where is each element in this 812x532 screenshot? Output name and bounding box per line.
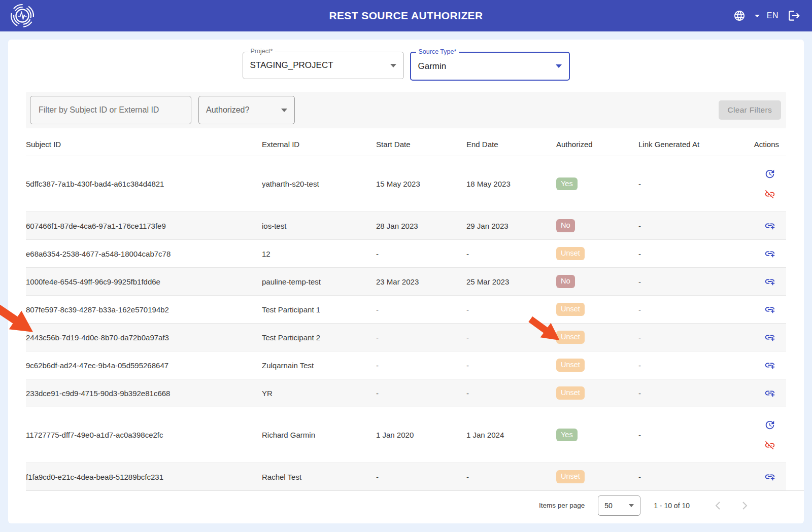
app-header: REST SOURCE AUTHORIZER EN [0, 0, 812, 31]
previous-page-button[interactable] [712, 500, 724, 512]
main-card: Project* STAGING_PROJECT Source Type* Ga… [8, 40, 804, 523]
cell-subject-id: 807fe597-8c39-4287-b33a-162e570194b2 [26, 305, 262, 314]
cell-start-date: 28 Jan 2023 [376, 222, 466, 230]
table-row: 807fe597-8c39-4287-b33a-162e570194b2Test… [26, 295, 786, 323]
items-per-page-label: Items per page [539, 502, 585, 509]
source-type-select[interactable]: Source Type* Garmin [410, 52, 570, 81]
authorized-filter-select[interactable]: Authorized? [198, 96, 295, 124]
cell-link-generated-at: - [638, 333, 735, 342]
paginator: Items per page 50 1 - 10 of 10 [26, 490, 804, 520]
table-row: f1fa9cd0-e21c-4dea-bea8-51289bcfc231Rach… [26, 463, 786, 490]
cell-end-date: - [466, 361, 556, 370]
generate-link-button[interactable] [764, 247, 776, 260]
authorized-status-badge: Yes [556, 429, 578, 441]
cell-start-date: - [376, 305, 466, 314]
language-caret-down-icon[interactable] [755, 15, 760, 17]
add-link-icon [764, 360, 775, 371]
cell-end-date: 29 Jan 2023 [466, 222, 556, 230]
authorized-status-badge: Unset [556, 470, 585, 483]
cell-actions [735, 303, 786, 315]
column-header-end-date: End Date [466, 140, 556, 149]
cell-end-date: 1 Jan 2024 [466, 431, 556, 439]
cell-start-date: 23 Mar 2023 [376, 277, 466, 286]
cell-authorized: No [556, 219, 638, 232]
cell-link-generated-at: - [638, 361, 735, 370]
update-link-icon [764, 168, 775, 180]
column-header-start-date: Start Date [376, 140, 466, 149]
cell-end-date: - [466, 250, 556, 258]
cell-authorized: Yes [556, 178, 638, 190]
add-link-icon [764, 332, 775, 343]
add-link-icon [764, 276, 775, 287]
cell-external-id: Richard Garmin [262, 431, 376, 439]
project-select-value: STAGING_PROJECT [250, 60, 333, 70]
cell-start-date: - [376, 389, 466, 398]
cell-external-id: Rachel Test [262, 473, 376, 481]
cell-authorized: Unset [556, 247, 638, 260]
language-code[interactable]: EN [767, 11, 779, 20]
project-select-label: Project* [248, 48, 276, 55]
table-row: e68a6354-2538-4677-a548-18004cab7c7812--… [26, 239, 786, 267]
cell-subject-id: 607466f1-87de-4ca6-97a1-176ce1173fe9 [26, 222, 262, 230]
next-page-button[interactable] [738, 500, 751, 512]
language-globe-icon[interactable] [731, 8, 748, 24]
generate-link-button[interactable] [764, 331, 776, 343]
cell-external-id: Zulqarnain Test [262, 361, 376, 370]
authorized-status-badge: No [556, 219, 575, 232]
cell-link-generated-at: - [638, 222, 735, 230]
generate-link-button[interactable] [764, 220, 776, 232]
generate-link-button[interactable] [764, 387, 776, 399]
cell-start-date: - [376, 473, 466, 481]
cell-link-generated-at: - [638, 431, 735, 439]
add-link-icon [764, 471, 775, 482]
column-header-link-generated-at: Link Generated At [638, 140, 735, 149]
cell-subject-id: e68a6354-2538-4677-a548-18004cab7c78 [26, 250, 262, 258]
chevron-down-icon [281, 109, 287, 112]
page-title: REST SOURCE AUTHORIZER [0, 10, 812, 22]
update-link-button[interactable] [764, 168, 776, 180]
generate-link-button[interactable] [764, 275, 776, 288]
remove-link-button[interactable] [764, 439, 776, 451]
authorized-status-badge: Unset [556, 359, 585, 371]
cell-link-generated-at: - [638, 473, 735, 481]
update-link-icon [764, 419, 775, 431]
authorized-status-badge: No [556, 275, 575, 288]
table-header-row: Subject ID External ID Start Date End Da… [26, 132, 786, 156]
link-off-icon [764, 440, 775, 451]
table-row: 5dffc387-7a1b-430f-bad4-a61c384d4821yath… [26, 156, 786, 211]
cell-external-id: 12 [262, 250, 376, 258]
cell-authorized: Unset [556, 331, 638, 343]
add-link-icon [764, 248, 775, 259]
clear-filters-button[interactable]: Clear Filters [719, 100, 781, 120]
generate-link-button[interactable] [764, 471, 776, 483]
cell-authorized: Unset [556, 359, 638, 371]
authorized-status-badge: Unset [556, 303, 585, 315]
cell-end-date: 18 May 2023 [466, 180, 556, 188]
generate-link-button[interactable] [764, 303, 776, 315]
table-row: 11727775-dff7-49e0-a1d7-ac0a398ce2fcRich… [26, 407, 786, 463]
logout-icon[interactable] [786, 7, 803, 24]
source-type-select-value: Garmin [418, 61, 447, 72]
update-link-button[interactable] [764, 419, 776, 431]
cell-start-date: 1 Jan 2020 [376, 431, 466, 439]
cell-link-generated-at: - [638, 250, 735, 258]
page-range-label: 1 - 10 of 10 [654, 502, 690, 510]
subject-filter-input[interactable] [30, 96, 191, 124]
remove-link-button[interactable] [764, 188, 776, 200]
cell-end-date: 25 Mar 2023 [466, 277, 556, 286]
chevron-down-icon [556, 64, 562, 68]
column-header-actions: Actions [735, 140, 786, 149]
table-row: 1000fe4e-6545-49ff-96c9-9925fb1fdd6epaul… [26, 267, 786, 295]
chevron-down-icon [629, 504, 634, 507]
cell-actions [735, 168, 786, 200]
add-link-icon [764, 220, 775, 231]
link-off-icon [764, 189, 775, 200]
generate-link-button[interactable] [764, 359, 776, 371]
cell-external-id: yatharth-s20-test [262, 180, 376, 188]
project-select[interactable]: Project* STAGING_PROJECT [243, 52, 404, 79]
cell-link-generated-at: - [638, 277, 735, 286]
cell-external-id: YR [262, 389, 376, 398]
items-per-page-select[interactable]: 50 [598, 495, 640, 516]
cell-authorized: No [556, 275, 638, 288]
cell-actions [735, 331, 786, 343]
